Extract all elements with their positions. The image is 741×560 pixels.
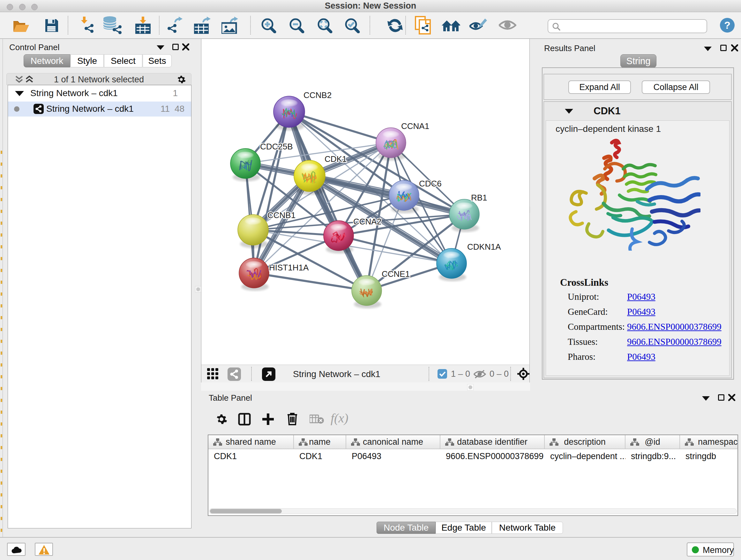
svg-text:CDC6: CDC6 xyxy=(419,179,442,188)
svg-text:CDK1: CDK1 xyxy=(325,154,347,164)
svg-text:RB1: RB1 xyxy=(471,193,487,202)
svg-text:CCNB2: CCNB2 xyxy=(304,90,332,100)
svg-text:CCNA1: CCNA1 xyxy=(401,121,429,131)
svg-text:CCNA2: CCNA2 xyxy=(353,217,381,226)
svg-text:CCNE1: CCNE1 xyxy=(382,269,410,279)
svg-text:CDC25B: CDC25B xyxy=(260,142,293,151)
svg-text:CDKN1A: CDKN1A xyxy=(467,242,501,252)
svg-text:HIST1H1A: HIST1H1A xyxy=(269,263,309,272)
svg-text:CCNB1: CCNB1 xyxy=(267,210,295,220)
